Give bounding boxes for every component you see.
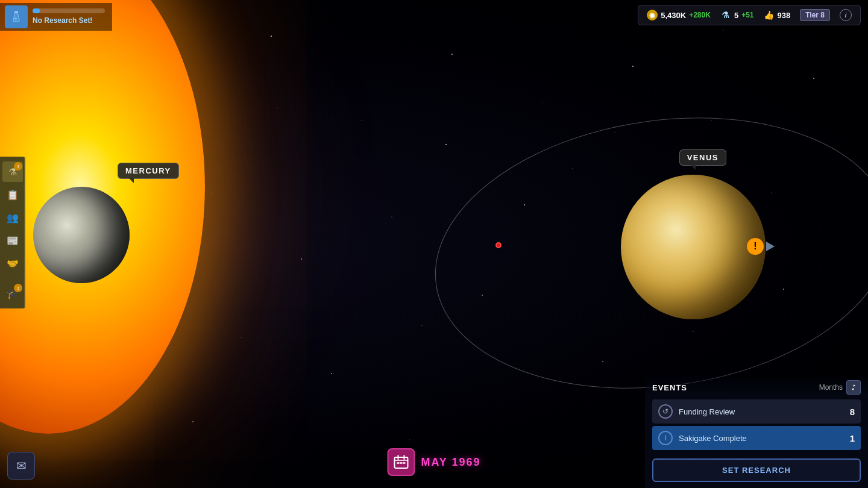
set-research-button[interactable]: SET RESEARCH <box>652 458 861 482</box>
approval-stat: 👍 938 <box>763 10 790 20</box>
no-research-label: No Research Set! <box>33 16 92 25</box>
venus-name: VENUS <box>687 153 719 162</box>
credits-stat: ◉ 5,430K +280K <box>647 10 711 20</box>
credits-icon: ◉ <box>647 10 658 20</box>
mercury-planet[interactable] <box>33 187 130 283</box>
credits-value: 5,430K <box>661 11 686 20</box>
research-progress: No Research Set! <box>33 8 105 25</box>
sidebar-item-missions[interactable]: 📋 <box>2 184 23 205</box>
events-title: EVENTS <box>652 383 687 392</box>
research-progress-bar-bg <box>33 8 105 13</box>
date-display: MAY 1969 <box>387 448 480 476</box>
tier-badge: Tier 8 <box>800 9 830 21</box>
event-row-sakigake[interactable]: i Sakigake Complete 1 <box>652 426 861 450</box>
stats-bar: ◉ 5,430K +280K ⚗ 5 +51 👍 938 Tier 8 i <box>638 5 861 25</box>
approval-value: 938 <box>777 11 790 20</box>
funding-review-count: 8 <box>843 407 855 417</box>
flask-icon <box>10 10 23 23</box>
svg-rect-38 <box>397 462 399 464</box>
sidebar-item-education[interactable]: 🎓 ! <box>2 283 23 304</box>
bottom-right-panel: EVENTS Months ↺ Funding Review 8 i Sakig… <box>645 374 868 488</box>
crew-sidebar-icon: 👥 <box>7 212 19 224</box>
thumbs-up-icon: 👍 <box>763 10 774 20</box>
email-icon: ✉ <box>16 458 27 473</box>
diplomacy-sidebar-icon: 🤝 <box>7 258 19 269</box>
flasks-stat: ⚗ 5 +51 <box>720 10 754 20</box>
credits-delta: +280K <box>689 11 711 19</box>
spacecraft-orbit-dot[interactable] <box>495 242 502 248</box>
mercury-name: MERCURY <box>125 166 171 175</box>
flask-stat-icon: ⚗ <box>720 10 731 20</box>
research-icon-button[interactable] <box>5 5 28 28</box>
news-sidebar-icon: 📰 <box>7 235 19 246</box>
sidebar-item-diplomacy[interactable]: 🤝 <box>2 253 23 274</box>
education-sidebar-badge: ! <box>14 284 22 292</box>
sakigake-name: Sakigake Complete <box>679 434 843 443</box>
event-row-funding-review[interactable]: ↺ Funding Review 8 <box>652 399 861 424</box>
flasks-value: 5 <box>734 11 738 20</box>
funding-review-name: Funding Review <box>679 407 843 416</box>
sidebar-item-research[interactable]: ⚗ ! <box>2 161 23 182</box>
email-button[interactable]: ✉ <box>7 452 35 480</box>
venus-planet[interactable] <box>621 175 766 319</box>
research-progress-bar-fill <box>33 8 40 13</box>
svg-rect-40 <box>403 462 405 464</box>
events-header: EVENTS Months <box>652 380 861 395</box>
venus-label-bubble: VENUS <box>679 149 726 166</box>
missions-sidebar-icon: 📋 <box>7 189 19 201</box>
sidebar-item-crew[interactable]: 👥 <box>2 207 23 228</box>
spacecraft-direction-arrow <box>766 242 775 251</box>
research-sidebar-badge: ! <box>14 162 22 170</box>
svg-point-33 <box>14 17 17 20</box>
info-button[interactable]: i <box>840 9 852 21</box>
svg-rect-39 <box>400 462 402 464</box>
calendar-icon <box>393 454 409 470</box>
left-sidebar: ⚗ ! 📋 👥 📰 🤝 🎓 ! <box>0 157 25 308</box>
months-spinner[interactable] <box>846 380 861 395</box>
mercury-label[interactable]: MERCURY <box>118 163 179 179</box>
months-control: Months <box>819 380 861 395</box>
current-date: MAY 1969 <box>421 456 480 469</box>
research-notification: No Research Set! <box>0 3 112 31</box>
flasks-delta: +51 <box>741 11 753 19</box>
funding-review-icon: ↺ <box>658 404 673 419</box>
sakigake-icon: i <box>658 431 673 445</box>
calendar-button[interactable] <box>387 448 415 476</box>
spacecraft-venus[interactable]: ! <box>747 238 775 255</box>
months-label: Months <box>819 383 843 392</box>
sakigake-count: 1 <box>843 433 855 443</box>
spinner-arrows-icon <box>849 383 858 392</box>
spacecraft-warning-icon: ! <box>747 238 764 255</box>
sidebar-item-news[interactable]: 📰 <box>2 230 23 251</box>
venus-label[interactable]: VENUS <box>679 149 726 166</box>
mercury-label-bubble: MERCURY <box>118 163 179 179</box>
